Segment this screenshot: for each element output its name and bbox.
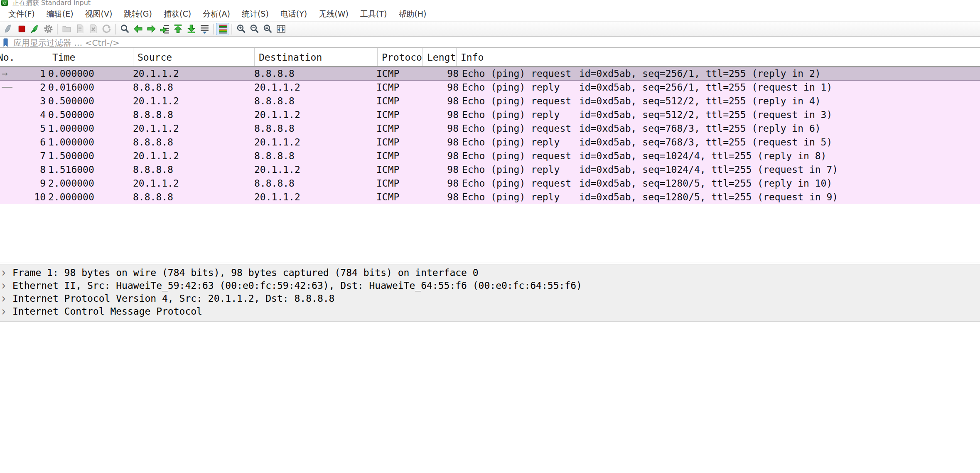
cell-info-detail: id=0xd5ab, seq=768/3, ttl=255 (reply in … [579, 122, 821, 135]
cell-protocol: ICMP [376, 190, 399, 204]
detail-icmp-row[interactable]: › Internet Control Message Protocol [0, 305, 980, 318]
menu-analyze[interactable]: 分析(A) [197, 6, 236, 21]
detail-ethernet-row[interactable]: › Ethernet II, Src: HuaweiTe_59:42:63 (0… [0, 279, 980, 292]
cell-time: 2.000000 [48, 177, 94, 190]
menu-telephony[interactable]: 电话(Y) [275, 6, 313, 21]
zoom-in-icon [236, 24, 246, 34]
cell-destination: 8.8.8.8 [254, 94, 295, 108]
packet-row-5[interactable]: 5 1.000000 20.1.1.2 8.8.8.8 ICMP 98 Echo… [0, 122, 980, 135]
resize-columns-button[interactable] [274, 23, 287, 35]
cell-destination: 8.8.8.8 [254, 177, 295, 190]
expand-chevron-icon[interactable]: › [2, 303, 6, 320]
filter-bookmark-icon[interactable] [2, 38, 10, 47]
cell-protocol: ICMP [376, 149, 399, 163]
packet-row-1[interactable]: → 1 0.000000 20.1.1.2 8.8.8.8 ICMP 98 Ec… [0, 67, 980, 81]
go-to-packet-button[interactable] [158, 23, 171, 35]
close-file-button[interactable] [86, 23, 100, 35]
cell-info-detail: id=0xd5ab, seq=512/2, ttl=255 (request i… [579, 108, 832, 122]
column-header-no[interactable]: No. [0, 48, 48, 66]
go-last-packet-button[interactable] [184, 23, 198, 35]
colorize-packets-button[interactable] [216, 23, 229, 35]
zoom-out-icon [249, 24, 260, 34]
capture-options-button[interactable] [42, 23, 55, 35]
zoom-in-button[interactable] [234, 23, 248, 35]
cell-info: Echo (ping) request [462, 122, 571, 135]
menu-edit[interactable]: 编辑(E) [41, 6, 79, 21]
display-filter-bar[interactable]: 应用显示过滤器 … <Ctrl-/> [0, 37, 980, 48]
packet-row-6[interactable]: 6 1.000000 8.8.8.8 20.1.1.2 ICMP 98 Echo… [0, 135, 980, 149]
column-header-protocol[interactable]: Protocol [377, 48, 422, 66]
toolbar-separator [231, 24, 232, 34]
arrow-left-icon [133, 24, 143, 34]
auto-scroll-icon [199, 24, 210, 34]
zoom-out-button[interactable] [248, 23, 261, 35]
cell-protocol: ICMP [376, 177, 399, 190]
pane-splitter[interactable] [0, 263, 980, 263]
cell-length: 98 [422, 135, 459, 149]
packet-row-3[interactable]: 3 0.500000 20.1.1.2 8.8.8.8 ICMP 98 Echo… [0, 94, 980, 108]
main-toolbar [0, 22, 980, 37]
cell-info-detail: id=0xd5ab, seq=1280/5, ttl=255 (request … [579, 190, 838, 204]
packet-list-header: No. Time Source Destination Protocol Len… [0, 48, 980, 67]
toolbar-separator [57, 24, 58, 34]
menu-file[interactable]: 文件(F) [2, 6, 41, 21]
toolbar-separator [115, 24, 116, 34]
cell-source: 20.1.1.2 [133, 149, 179, 163]
packet-row-4[interactable]: 4 0.500000 8.8.8.8 20.1.1.2 ICMP 98 Echo… [0, 108, 980, 122]
save-file-button[interactable] [73, 23, 86, 35]
menu-statistics[interactable]: 统计(S) [236, 6, 275, 21]
zoom-reset-button[interactable] [261, 23, 274, 35]
column-header-info[interactable]: Info [456, 48, 980, 66]
reload-file-button[interactable] [100, 23, 113, 35]
cell-protocol: ICMP [376, 122, 399, 135]
arrow-down-bar-icon [186, 24, 196, 34]
cell-time: 2.000000 [48, 190, 94, 204]
menu-go[interactable]: 跳转(G) [118, 6, 158, 21]
detail-icmp-text: Internet Control Message Protocol [12, 305, 202, 318]
file-save-disabled-icon [75, 24, 85, 34]
cell-no: 1 [0, 67, 46, 81]
stop-capture-button[interactable] [15, 23, 28, 35]
cell-no: 4 [0, 108, 46, 122]
cell-length: 98 [422, 177, 459, 190]
column-header-destination[interactable]: Destination [254, 48, 377, 66]
display-filter-input[interactable]: 应用显示过滤器 … <Ctrl-/> [13, 37, 120, 49]
menu-help[interactable]: 帮助(H) [393, 6, 432, 21]
column-header-source[interactable]: Source [133, 48, 254, 66]
detail-ip-row[interactable]: › Internet Protocol Version 4, Src: 20.1… [0, 292, 980, 305]
menu-wireless[interactable]: 无线(W) [313, 6, 354, 21]
menu-capture[interactable]: 捕获(C) [158, 6, 197, 21]
packet-detail-pane: › Frame 1: 98 bytes on wire (784 bits), … [0, 264, 980, 322]
restart-capture-button[interactable] [28, 23, 42, 35]
go-first-packet-button[interactable] [171, 23, 184, 35]
find-packet-button[interactable] [118, 23, 131, 35]
cell-time: 1.000000 [48, 135, 94, 149]
packet-row-7[interactable]: 7 1.500000 20.1.1.2 8.8.8.8 ICMP 98 Echo… [0, 149, 980, 163]
auto-scroll-button[interactable] [198, 23, 211, 35]
detail-frame-row[interactable]: › Frame 1: 98 bytes on wire (784 bits), … [0, 266, 980, 279]
go-forward-button[interactable] [145, 23, 158, 35]
restart-fin-icon [30, 24, 40, 34]
packet-row-8[interactable]: 8 1.516000 8.8.8.8 20.1.1.2 ICMP 98 Echo… [0, 163, 980, 177]
packet-row-2[interactable]: 2 0.016000 8.8.8.8 20.1.1.2 ICMP 98 Echo… [0, 81, 980, 94]
cell-info-detail: id=0xd5ab, seq=1024/4, ttl=255 (request … [579, 163, 838, 177]
folder-disabled-icon [61, 24, 72, 34]
packet-row-10[interactable]: 10 2.000000 8.8.8.8 20.1.1.2 ICMP 98 Ech… [0, 190, 980, 204]
menu-view[interactable]: 视图(V) [79, 6, 118, 21]
cell-source: 20.1.1.2 [133, 94, 179, 108]
packet-list: → 1 0.000000 20.1.1.2 8.8.8.8 ICMP 98 Ec… [0, 67, 980, 204]
cell-info: Echo (ping) request [462, 67, 571, 81]
detail-ethernet-text: Ethernet II, Src: HuaweiTe_59:42:63 (00:… [12, 279, 582, 292]
column-header-length[interactable]: Length [422, 48, 456, 66]
cell-no: 6 [0, 135, 46, 149]
column-header-time[interactable]: Time [48, 48, 133, 66]
go-back-button[interactable] [131, 23, 145, 35]
cell-info: Echo (ping) reply [462, 135, 560, 149]
packet-row-9[interactable]: 9 2.000000 20.1.1.2 8.8.8.8 ICMP 98 Echo… [0, 177, 980, 190]
open-file-button[interactable] [60, 23, 73, 35]
cell-info: Echo (ping) request [462, 177, 571, 190]
cell-destination: 20.1.1.2 [254, 81, 300, 94]
detail-ip-text: Internet Protocol Version 4, Src: 20.1.1… [12, 292, 334, 305]
menu-tools[interactable]: 工具(T) [354, 6, 393, 21]
start-capture-button[interactable] [2, 23, 15, 35]
